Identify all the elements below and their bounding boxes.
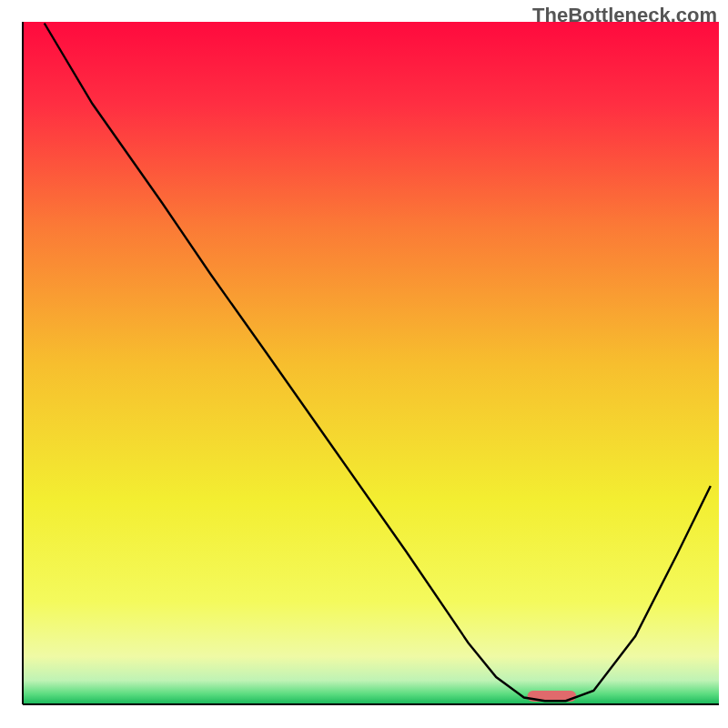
watermark-text: TheBottleneck.com	[532, 4, 717, 27]
chart-svg	[0, 0, 728, 728]
chart-container: TheBottleneck.com	[0, 0, 728, 728]
plot-background	[23, 22, 719, 704]
